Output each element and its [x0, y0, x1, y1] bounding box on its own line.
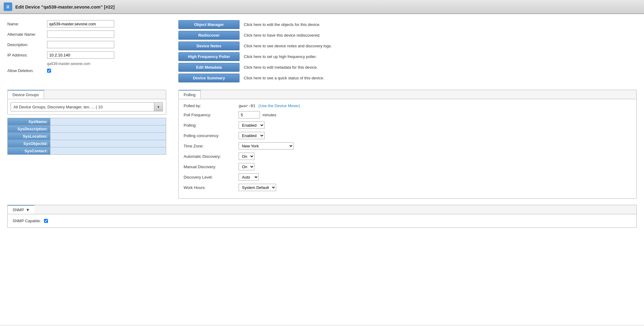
- snmp-capable-label: SNMP Capable:: [13, 219, 41, 223]
- manual-discovery-row: Manual Discovery: On Off: [184, 163, 631, 170]
- discovery-level-select[interactable]: Auto Basic Full: [239, 173, 259, 181]
- polling-status-select[interactable]: Enabled Disabled: [239, 121, 265, 129]
- allow-deletion-row: Allow Deletion:: [7, 68, 166, 73]
- automatic-discovery-row: Automatic Discovery: On Off: [184, 153, 631, 160]
- device-groups-container: Device Groups All Device Groups, Discove…: [7, 90, 166, 115]
- automatic-discovery-select[interactable]: On Off: [239, 153, 254, 160]
- poll-frequency-unit: minutes: [262, 113, 276, 117]
- middle-section: Device Groups All Device Groups, Discove…: [7, 90, 637, 199]
- manual-discovery-select[interactable]: On Off: [239, 163, 254, 170]
- polling-concurrency-select[interactable]: Enabled Disabled: [239, 132, 265, 139]
- table-row: SysContact:: [8, 147, 166, 155]
- sys-location-label: SysLocation:: [8, 133, 50, 140]
- table-row: SysDescription:: [8, 125, 166, 133]
- snmp-dropdown-arrow: ▼: [26, 208, 30, 212]
- sys-name-label: SysName:: [8, 118, 50, 125]
- form-section: Name: Alternate Name: Description: IP Ad…: [7, 20, 166, 82]
- sys-name-value: [50, 118, 166, 125]
- edit-metadata-description: Click here to edit metadata for this dev…: [244, 65, 318, 70]
- device-groups-tab[interactable]: Device Groups: [8, 90, 44, 99]
- rediscover-row: Rediscover Click here to have this devic…: [178, 31, 637, 40]
- rediscover-button[interactable]: Rediscover: [178, 31, 240, 40]
- sys-description-label: SysDescription:: [8, 125, 50, 133]
- sys-object-id-label: SysObjectId:: [8, 140, 50, 147]
- work-hours-select[interactable]: System Default Custom: [239, 184, 276, 191]
- snmp-capable-checkbox[interactable]: [44, 219, 48, 223]
- snmp-content: SNMP Capable:: [8, 214, 636, 227]
- ip-address-row: IP Address:: [7, 51, 166, 59]
- name-label: Name:: [7, 22, 47, 26]
- automatic-discovery-label: Automatic Discovery:: [184, 154, 239, 159]
- right-panel: Polling Polled by: gwar-01 (Use the Devi…: [178, 90, 637, 199]
- snmp-tab[interactable]: SNMP ▼: [8, 205, 35, 214]
- snmp-capable-row: SNMP Capable:: [13, 219, 631, 223]
- manual-discovery-label: Manual Discovery:: [184, 165, 239, 169]
- left-panel: Device Groups All Device Groups, Discove…: [7, 90, 166, 199]
- poll-frequency-label: Poll Frequency:: [184, 113, 239, 117]
- name-input[interactable]: [47, 20, 114, 27]
- sys-description-value: [50, 125, 166, 133]
- description-label: Description:: [7, 42, 47, 47]
- polling-enabled-row: Polling: Enabled Disabled: [184, 121, 631, 129]
- object-manager-description: Click here to edit the objects for this …: [244, 22, 320, 27]
- object-manager-button[interactable]: Object Manager: [178, 20, 240, 29]
- snmp-tab-header: SNMP ▼: [8, 205, 636, 214]
- window-title: Edit Device "qa539-master.sevone.com" [#…: [15, 4, 115, 9]
- device-notes-button[interactable]: Device Notes: [178, 42, 240, 50]
- ip-address-input[interactable]: [47, 51, 114, 59]
- table-row: SysObjectId:: [8, 140, 166, 147]
- polling-container: Polling Polled by: gwar-01 (Use the Devi…: [178, 90, 637, 199]
- device-summary-row: Device Summary Click here to see a quick…: [178, 74, 637, 82]
- polling-status-label: Polling:: [184, 123, 239, 128]
- edit-metadata-row: Edit Metadata Click here to edit metadat…: [178, 63, 637, 72]
- high-frequency-poller-description: Click here to set up high frequency poll…: [244, 54, 317, 59]
- device-summary-button[interactable]: Device Summary: [178, 74, 240, 82]
- work-hours-label: Work Hours:: [184, 185, 239, 190]
- sys-contact-label: SysContact:: [8, 147, 50, 155]
- polling-tab[interactable]: Polling: [179, 90, 201, 99]
- title-bar: 🖥 Edit Device "qa539-master.sevone.com" …: [0, 0, 644, 14]
- hostname-hint: qa539-master.sevone.com: [47, 62, 166, 66]
- rediscover-description: Click here to have this device rediscove…: [244, 33, 320, 38]
- description-row: Description:: [7, 41, 166, 48]
- polled-by-value: gwar-01: [239, 103, 255, 108]
- sys-object-id-value: [50, 140, 166, 147]
- edit-metadata-button[interactable]: Edit Metadata: [178, 63, 240, 72]
- window-icon: 🖥: [4, 2, 12, 11]
- device-groups-tab-header: Device Groups: [8, 90, 166, 99]
- table-row: SysName:: [8, 118, 166, 125]
- use-device-mover-link[interactable]: (Use the Device Mover): [258, 103, 300, 108]
- polled-by-row: Polled by: gwar-01 (Use the Device Mover…: [184, 103, 631, 108]
- allow-deletion-checkbox[interactable]: [47, 69, 51, 73]
- device-groups-dropdown-arrow[interactable]: ▼: [154, 103, 163, 111]
- poll-frequency-input[interactable]: [239, 111, 260, 118]
- work-hours-row: Work Hours: System Default Custom: [184, 184, 631, 191]
- discovery-level-row: Discovery Level: Auto Basic Full: [184, 173, 631, 181]
- high-frequency-poller-row: High Frequency Poller Click here to set …: [178, 52, 637, 61]
- device-groups-select[interactable]: All Device Groups, Discovery Manager, te…: [11, 102, 163, 111]
- polled-by-label: Polled by:: [184, 103, 239, 108]
- action-buttons-section: Object Manager Click here to edit the ob…: [178, 20, 637, 82]
- alternate-name-row: Alternate Name:: [7, 31, 166, 38]
- device-notes-row: Device Notes Click here to see device no…: [178, 42, 637, 50]
- device-notes-description: Click here to see device notes and disco…: [244, 44, 332, 48]
- snmp-section: SNMP ▼ SNMP Capable:: [7, 205, 637, 228]
- top-section: Name: Alternate Name: Description: IP Ad…: [7, 20, 637, 82]
- description-input[interactable]: [47, 41, 114, 48]
- device-groups-select-container: All Device Groups, Discovery Manager, te…: [8, 99, 166, 114]
- allow-deletion-label: Allow Deletion:: [7, 68, 47, 73]
- device-summary-description: Click here to see a quick status of this…: [244, 76, 324, 80]
- polling-content: Polled by: gwar-01 (Use the Device Mover…: [179, 99, 636, 198]
- time-zone-select[interactable]: New York UTC Los Angeles Chicago: [239, 142, 294, 150]
- object-manager-row: Object Manager Click here to edit the ob…: [178, 20, 637, 29]
- ip-address-label: IP Address:: [7, 53, 47, 57]
- time-zone-label: Time Zone:: [184, 144, 239, 148]
- high-frequency-poller-button[interactable]: High Frequency Poller: [178, 52, 240, 61]
- time-zone-row: Time Zone: New York UTC Los Angeles Chic…: [184, 142, 631, 150]
- polling-concurrency-row: Polling concurrency: Enabled Disabled: [184, 132, 631, 139]
- sys-location-value: [50, 133, 166, 140]
- sys-contact-value: [50, 147, 166, 155]
- alternate-name-label: Alternate Name:: [7, 32, 47, 37]
- discovery-level-label: Discovery Level:: [184, 175, 239, 179]
- alternate-name-input[interactable]: [47, 31, 114, 38]
